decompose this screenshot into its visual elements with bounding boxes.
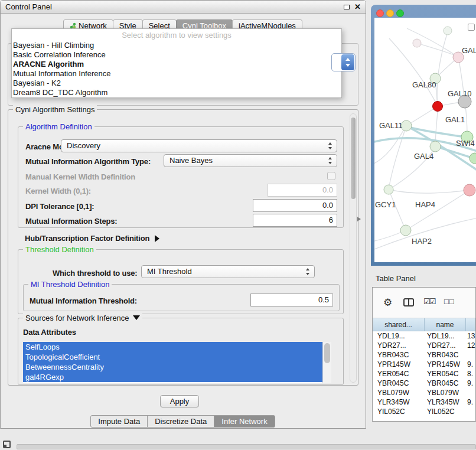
scrollbar-thumb[interactable] [324, 343, 330, 363]
attribute-item-betweennesscentrality[interactable]: BetweennessCentrality [23, 362, 322, 372]
network-node[interactable] [430, 141, 441, 152]
cell: 9. [466, 379, 475, 387]
cell: YIL052C [373, 407, 425, 416]
mi-steps-label: Mutual Information Steps: [25, 217, 117, 226]
dropdown-items: Bayesian - Hill ClimbingBasic Correlatio… [12, 41, 341, 97]
combo-scroll-button[interactable] [341, 54, 354, 70]
tab-impute-data[interactable]: Impute Data [90, 415, 148, 428]
mi-threshold-title: MI Threshold Definition [28, 280, 112, 289]
dropdown-item-bayesian-hill-climbing[interactable]: Bayesian - Hill Climbing [12, 41, 341, 50]
arrow-up-icon [345, 58, 350, 61]
dropdown-item-basic-correlation-inference[interactable]: Basic Correlation Inference [12, 50, 341, 60]
sources-title[interactable]: Sources for Network Inference [23, 314, 142, 322]
float-window-icon[interactable] [344, 5, 350, 9]
node-label: HAP2 [412, 237, 432, 246]
mi-threshold-field[interactable]: 0.5 [250, 294, 333, 306]
column-header-2[interactable] [466, 318, 475, 331]
apply-button[interactable]: Apply [160, 395, 199, 407]
network-node[interactable] [413, 39, 421, 47]
attribute-item-selfloops[interactable]: SelfLoops [23, 342, 322, 352]
network-canvas[interactable]: GALGAL80GAL10GAL11GAL1SWI4GAL4GCY1HAP4HA… [374, 18, 476, 262]
cell: 13 [466, 332, 475, 340]
cell: YBR045C [373, 379, 425, 387]
cell: 12 [466, 341, 475, 350]
tab-discretize-data[interactable]: Discretize Data [147, 415, 214, 428]
algorithm-combo-field[interactable] [331, 53, 356, 71]
network-node[interactable] [464, 184, 475, 196]
collapse-down-icon[interactable] [133, 315, 140, 320]
dropdown-item-dream8-dc-tdc-algorithm[interactable]: Dream8 DC_TDC Algorithm [12, 88, 341, 97]
cell: YPR145W [425, 360, 466, 369]
arrow-down-icon [345, 64, 350, 67]
cell: YDR27... [425, 341, 466, 350]
kernel-width-label: Kernel Width (0,1): [25, 187, 91, 195]
table-row[interactable]: YBR043CYBR043C [373, 350, 475, 360]
which-threshold-select[interactable]: MI Threshold [141, 265, 315, 278]
unchecked-boxes-icon[interactable]: ☐☐ [444, 298, 454, 306]
mi-type-label: Mutual Information Algorithm Type: [25, 157, 151, 166]
network-graph[interactable]: GALGAL80GAL10GAL11GAL1SWI4GAL4GCY1HAP4HA… [374, 18, 476, 262]
network-edge [389, 38, 438, 106]
cell: YLR345W [373, 398, 425, 406]
node-label: GAL80 [412, 80, 436, 89]
column-header-shared[interactable]: shared... [373, 318, 425, 331]
node-label: SWI4 [456, 139, 475, 148]
table-row[interactable]: YIL052CYIL052C [373, 407, 475, 416]
table-row[interactable]: YDR27...YDR27...12 [373, 341, 475, 350]
checked-boxes-icon[interactable]: ☑☑ [423, 297, 435, 306]
network-overview-button[interactable] [468, 24, 475, 31]
panel-toggle-icon[interactable] [3, 441, 11, 448]
kernel-width-field[interactable]: 0.0 [268, 184, 337, 197]
network-node[interactable] [444, 27, 452, 35]
network-node[interactable] [470, 153, 476, 164]
minimize-traffic-light-icon[interactable] [386, 9, 394, 17]
hub-definition-section[interactable]: Hub/Transcription Factor Definition [25, 233, 159, 243]
mi-type-select[interactable]: Naive Bayes [164, 154, 337, 167]
expand-right-icon[interactable] [155, 235, 159, 242]
table-row[interactable]: YPR145WYPR145W9. [373, 360, 475, 369]
table-row[interactable]: YLR345WYLR345W9. [373, 397, 475, 407]
dropdown-item-aracne-algorithm[interactable]: ARACNE Algorithm [12, 60, 341, 69]
network-node[interactable] [384, 185, 393, 194]
mi-threshold-group: MI Threshold Definition Mutual Informati… [23, 284, 340, 311]
gear-icon[interactable]: ⚙ [383, 296, 392, 309]
table-row[interactable]: YDL19...YDL19...13 [373, 331, 475, 341]
list-scrollbar[interactable] [322, 342, 331, 383]
network-edge [417, 43, 457, 56]
data-attributes-list[interactable]: SelfLoopsTopologicalCoefficientBetweenne… [23, 342, 331, 383]
aracne-mode-select[interactable]: Discovery [61, 139, 337, 152]
columns-icon[interactable] [403, 298, 414, 306]
dpi-tolerance-field[interactable]: 0.0 [253, 199, 337, 212]
dropdown-item-bayesian-k2[interactable]: Bayesian - K2 [12, 79, 341, 88]
table-row[interactable]: YER054CYER054C8. [373, 369, 475, 379]
table-row[interactable]: YBL079WYBL079W [373, 388, 475, 397]
table-rows: YDL19...YDL19...13YDR27...YDR27...12YBR0… [373, 331, 475, 416]
network-node[interactable] [400, 225, 411, 236]
scrollbar-thumb[interactable] [351, 118, 356, 199]
network-node[interactable] [433, 102, 443, 112]
table-panel: ⚙ ☑☑ ☐☐ shared...name YDL19...YDL19...13… [372, 287, 476, 422]
aracne-mode-value: Discovery [67, 141, 100, 150]
zoom-traffic-light-icon[interactable] [396, 9, 404, 17]
table-toolbar: ⚙ ☑☑ ☐☐ [373, 288, 475, 318]
threshold-definition-title: Threshold Definition [23, 245, 96, 254]
attribute-item-gal4rgexp[interactable]: gal4RGexp [23, 372, 322, 382]
network-node[interactable] [401, 120, 412, 131]
panel-splitter-arrow[interactable] [357, 217, 361, 221]
settings-group-title: Cyni Algorithm Settings [13, 105, 97, 114]
table-row[interactable]: YBR045CYBR045C9. [373, 379, 475, 388]
attribute-item-topologicalcoefficient[interactable]: TopologicalCoefficient [23, 352, 322, 362]
mi-steps-field[interactable]: 6 [253, 214, 337, 227]
tab-infer-network[interactable]: Infer Network [214, 415, 275, 428]
bottom-status-strip [17, 444, 476, 449]
which-threshold-label: Which threshold to use: [53, 269, 137, 278]
column-header-name[interactable]: name [425, 318, 466, 331]
settings-scrollbar[interactable] [350, 113, 357, 383]
control-panel-titlebar[interactable]: Control Panel ✕ [1, 1, 366, 14]
close-traffic-light-icon[interactable] [376, 9, 384, 17]
manual-kernel-checkbox[interactable] [327, 172, 335, 180]
bottom-tab-bar: Impute DataDiscretize DataInfer Network [1, 415, 366, 428]
dropdown-item-mutual-information-inference[interactable]: Mutual Information Inference [12, 69, 341, 79]
algorithm-definition-group: Algorithm Definition Aracne Mode: Discov… [18, 126, 344, 228]
close-icon[interactable]: ✕ [354, 2, 361, 11]
